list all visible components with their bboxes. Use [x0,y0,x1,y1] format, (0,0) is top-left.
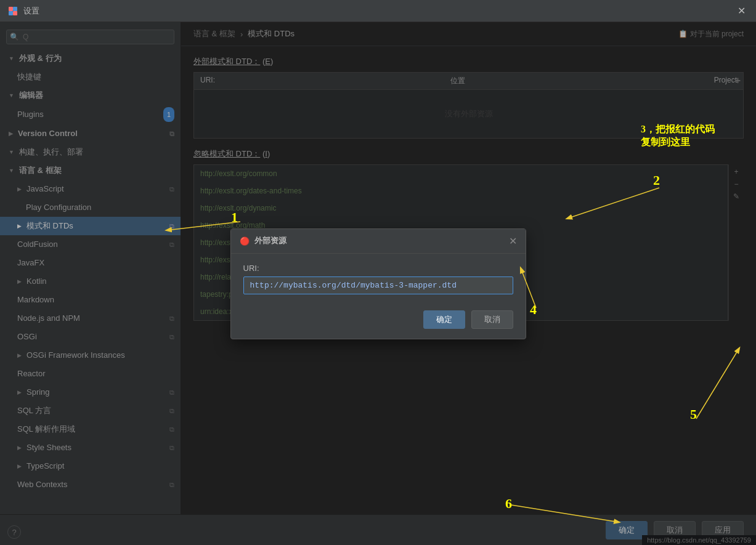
modal-uri-input[interactable] [243,277,513,294]
modal-uri-label: URI: [243,264,513,273]
modal-confirm-button[interactable]: 确定 [423,310,465,329]
modal-overlay: 🔴 外部资源 ✕ URI: 确定 取消 [0,22,756,545]
modal-title-bar: 🔴 外部资源 ✕ [231,229,526,254]
modal-cancel-button[interactable]: 取消 [471,310,513,329]
svg-rect-2 [9,11,13,15]
modal-icon: 🔴 [240,236,250,246]
close-button[interactable]: ✕ [734,4,749,18]
title-bar: 设置 ✕ [0,0,756,22]
app-icon [7,6,18,17]
svg-rect-0 [9,7,13,11]
window-title: 设置 [23,6,39,17]
modal-title: 🔴 外部资源 [240,235,287,246]
svg-rect-3 [13,11,17,15]
modal-buttons: 确定 取消 [231,304,526,339]
modal-close-button[interactable]: ✕ [509,235,517,247]
external-resource-dialog: 🔴 外部资源 ✕ URI: 确定 取消 [230,228,526,339]
modal-body: URI: [231,254,526,304]
svg-rect-1 [13,7,17,11]
